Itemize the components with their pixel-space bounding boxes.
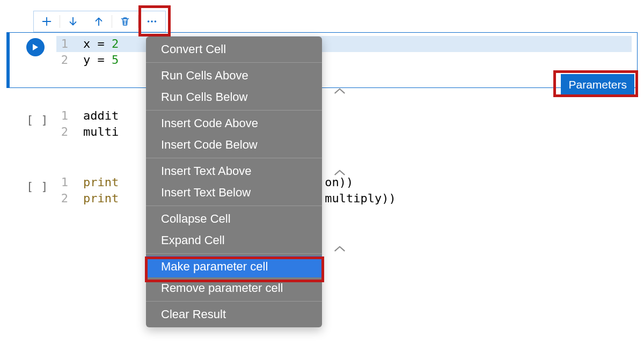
menu-insert-text-below[interactable]: Insert Text Below — [146, 182, 322, 203]
ellipsis-icon — [145, 16, 158, 27]
run-cell-button[interactable] — [26, 38, 45, 56]
code-line: addit — [83, 108, 119, 124]
code-cell-2[interactable]: [] 1 addit 2 multi — [6, 104, 638, 160]
plus-icon — [41, 16, 53, 27]
code-editor[interactable]: 1 x = 2 2 y = 5 — [56, 33, 632, 87]
line-number: 2 — [56, 190, 83, 207]
move-up-button[interactable] — [86, 11, 112, 32]
menu-convert-cell[interactable]: Convert Cell — [146, 39, 322, 60]
menu-run-cells-below[interactable]: Run Cells Below — [146, 86, 322, 108]
move-down-button[interactable] — [60, 11, 86, 32]
code-editor[interactable]: 1 print on)) 2 print multiply)) — [56, 171, 632, 226]
cell-actions-menu: Convert Cell Run Cells Above Run Cells B… — [146, 36, 322, 248]
menu-collapse-cell[interactable]: Collapse Cell — [146, 208, 322, 230]
cell-toolbar — [33, 11, 166, 32]
menu-run-cells-above[interactable]: Run Cells Above — [146, 65, 322, 86]
svg-point-2 — [155, 20, 157, 23]
svg-point-0 — [148, 20, 150, 23]
play-icon — [32, 43, 39, 51]
trash-icon — [120, 16, 130, 27]
code-cell-3[interactable]: [] 1 print on)) 2 print multiply)) — [6, 171, 638, 226]
menu-insert-code-above[interactable]: Insert Code Above — [146, 113, 322, 134]
code-cell-1[interactable]: 1 x = 2 2 y = 5 — [6, 32, 638, 88]
line-number: 1 — [56, 174, 83, 190]
active-cell-indicator — [7, 33, 10, 87]
chevron-up-icon — [333, 243, 347, 248]
arrow-up-icon — [93, 16, 105, 27]
execution-prompt: [] — [26, 110, 48, 127]
code-line: y = 5 — [83, 52, 119, 68]
execution-prompt: [] — [26, 177, 48, 193]
menu-insert-code-below[interactable]: Insert Code Below — [146, 134, 322, 156]
menu-expand-cell[interactable]: Expand Cell — [146, 230, 322, 248]
menu-insert-text-above[interactable]: Insert Text Above — [146, 160, 322, 182]
code-line: x = 2 — [83, 36, 119, 52]
line-number: 2 — [56, 124, 83, 140]
parameters-badge: Parameters — [561, 74, 634, 96]
line-number: 1 — [56, 36, 83, 52]
svg-point-1 — [151, 20, 153, 23]
more-actions-button[interactable] — [138, 11, 165, 32]
line-number: 1 — [56, 108, 83, 124]
code-line: multi — [83, 124, 119, 140]
code-editor[interactable]: 1 addit 2 multi — [56, 105, 632, 159]
arrow-down-icon — [67, 16, 79, 27]
line-number: 2 — [56, 52, 83, 68]
add-cell-button[interactable] — [34, 11, 60, 32]
delete-cell-button[interactable] — [112, 11, 138, 32]
